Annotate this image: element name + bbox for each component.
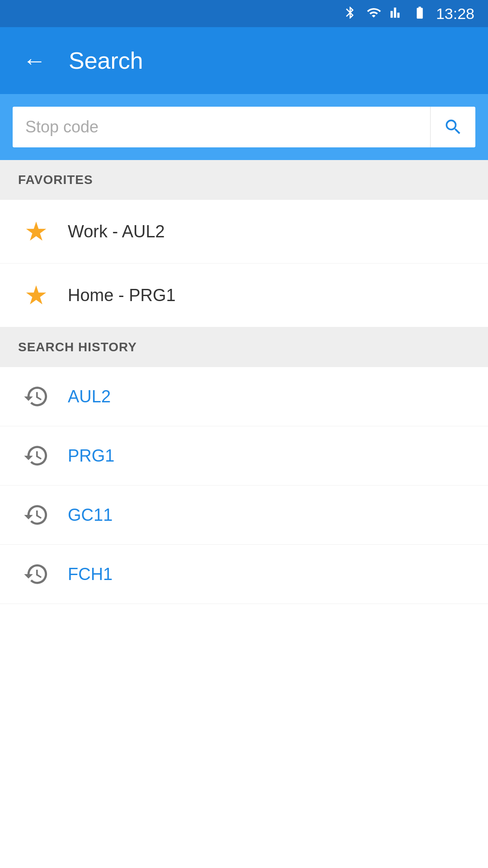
bluetooth-icon xyxy=(343,5,357,22)
history-item-label: PRG1 xyxy=(68,446,114,466)
search-input-wrapper xyxy=(13,107,475,147)
favorites-list: ★ Work - AUL2 ★ Home - PRG1 xyxy=(0,200,488,327)
back-button[interactable]: ← xyxy=(18,44,51,77)
status-icons: 13:28 xyxy=(343,5,474,23)
list-item[interactable]: ★ Home - PRG1 xyxy=(0,264,488,327)
search-input[interactable] xyxy=(13,107,430,147)
list-item[interactable]: AUL2 xyxy=(0,367,488,426)
list-item[interactable]: GC11 xyxy=(0,486,488,545)
search-bar-area xyxy=(0,94,488,160)
history-item-label: FCH1 xyxy=(68,565,113,584)
history-icon-fch1 xyxy=(18,561,54,587)
battery-icon xyxy=(412,5,428,22)
history-item-label: AUL2 xyxy=(68,387,111,406)
star-icon: ★ xyxy=(24,216,48,247)
favorite-icon-work: ★ xyxy=(18,216,54,247)
back-arrow-icon: ← xyxy=(23,47,46,74)
search-history-list: AUL2 PRG1 GC11 FCH1 xyxy=(0,367,488,604)
history-icon xyxy=(23,383,49,410)
history-icon xyxy=(23,502,49,528)
app-bar: ← Search xyxy=(0,27,488,94)
status-bar: 13:28 xyxy=(0,0,488,27)
list-item[interactable]: FCH1 xyxy=(0,545,488,604)
search-button[interactable] xyxy=(430,107,475,147)
app-bar-title: Search xyxy=(69,47,143,74)
list-item[interactable]: ★ Work - AUL2 xyxy=(0,200,488,264)
wifi-icon xyxy=(366,5,382,22)
favorite-item-label: Work - AUL2 xyxy=(68,222,165,241)
search-history-section-header: SEARCH HISTORY xyxy=(0,327,488,367)
favorite-icon-home: ★ xyxy=(18,280,54,311)
favorite-item-label: Home - PRG1 xyxy=(68,286,176,305)
history-icon xyxy=(23,443,49,469)
list-item[interactable]: PRG1 xyxy=(0,426,488,486)
signal-icon xyxy=(390,5,404,22)
status-time: 13:28 xyxy=(436,5,474,23)
history-icon-prg1 xyxy=(18,443,54,469)
search-icon xyxy=(443,117,463,137)
history-icon xyxy=(23,561,49,587)
history-icon-aul2 xyxy=(18,383,54,410)
star-icon: ★ xyxy=(24,280,48,311)
history-icon-gc11 xyxy=(18,502,54,528)
favorites-section-header: FAVORITES xyxy=(0,160,488,200)
history-item-label: GC11 xyxy=(68,505,113,525)
